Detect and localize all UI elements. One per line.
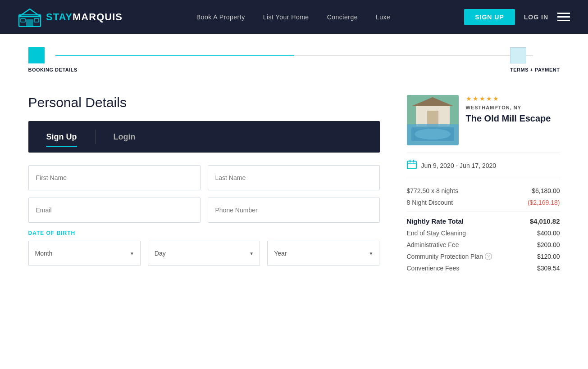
nav-links: Book A Property List Your Home Concierge… [196, 14, 391, 21]
rate-row: $772.50 x 8 nights $6,180.00 [407, 187, 560, 194]
svg-point-9 [415, 129, 451, 140]
admin-label: Administrative Fee [407, 241, 459, 248]
step2-box [510, 47, 526, 63]
property-header: ★ ★ ★ ★ ★ WESTHAMPTON, NY The Old Mill E… [407, 95, 560, 145]
star-1: ★ [466, 95, 472, 102]
nightly-total-label: Nightly Rate Total [407, 217, 464, 225]
protection-value: $120.00 [537, 253, 560, 260]
star-5: ★ [493, 95, 499, 102]
auth-bar: Sign Up Login [28, 121, 380, 153]
email-input[interactable] [36, 207, 193, 214]
property-info: ★ ★ ★ ★ ★ WESTHAMPTON, NY The Old Mill E… [466, 95, 560, 145]
cleaning-value: $400.00 [537, 230, 560, 237]
contact-row [28, 198, 380, 223]
convenience-label: Convenience Fees [407, 265, 460, 272]
hamburger-menu[interactable] [557, 13, 570, 21]
first-name-field[interactable] [28, 165, 201, 190]
tab-signup[interactable]: Sign Up [28, 121, 95, 153]
protection-row: Community Protection Plan ? $120.00 [407, 253, 560, 260]
email-field[interactable] [28, 198, 201, 223]
date-bar: Jun 9, 2020 - Jun 17, 2020 [407, 153, 560, 178]
signup-button[interactable]: SIGN UP [464, 9, 515, 25]
admin-row: Administrative Fee $200.00 [407, 241, 560, 248]
logo-text: STAYMARQUIS [46, 11, 123, 23]
logo[interactable]: STAYMARQUIS [18, 7, 123, 27]
nav-list-home[interactable]: List Your Home [263, 14, 309, 21]
calendar-svg [407, 159, 417, 169]
year-select[interactable]: Year 1990199119921993 199419951996 [267, 241, 379, 266]
progress-track: BOOKING DETAILS TERMS + PAYMENT [28, 47, 560, 72]
day-select-wrap[interactable]: Day 12345 678910 [148, 241, 260, 266]
step2-label: TERMS + PAYMENT [510, 67, 560, 72]
left-col: Personal Details Sign Up Login [28, 95, 380, 283]
progress-line [55, 55, 533, 56]
star-4: ★ [486, 95, 492, 102]
svg-rect-1 [26, 19, 33, 27]
info-icon[interactable]: ? [485, 253, 492, 260]
day-select[interactable]: Day 12345 678910 [148, 241, 260, 266]
first-name-input[interactable] [36, 174, 193, 181]
last-name-field[interactable] [208, 165, 380, 190]
discount-row: 8 Night Discount ($2,169.18) [407, 199, 560, 206]
property-image-bg [407, 95, 459, 145]
protection-label: Community Protection Plan ? [407, 253, 492, 260]
month-select-wrap[interactable]: Month JanuaryFebruaryMarch AprilMayJune … [28, 241, 141, 266]
discount-label: 8 Night Discount [407, 199, 453, 206]
pricing-divider [407, 212, 560, 212]
month-select[interactable]: Month JanuaryFebruaryMarch AprilMayJune … [28, 241, 141, 266]
property-name: The Old Mill Escape [466, 113, 560, 124]
two-col-layout: Personal Details Sign Up Login [28, 95, 560, 283]
progress-line-fill [55, 55, 294, 56]
svg-rect-10 [407, 161, 416, 169]
step1-label: BOOKING DETAILS [28, 67, 77, 72]
login-button[interactable]: LOG IN [524, 14, 548, 21]
cleaning-row: End of Stay Cleaning $400.00 [407, 230, 560, 237]
property-location: WESTHAMPTON, NY [466, 105, 560, 110]
nav-book-property[interactable]: Book A Property [196, 14, 245, 21]
rate-label: $772.50 x 8 nights [407, 187, 458, 194]
admin-value: $200.00 [537, 241, 560, 248]
right-col: ★ ★ ★ ★ ★ WESTHAMPTON, NY The Old Mill E… [407, 95, 560, 283]
calendar-icon [407, 159, 417, 171]
cleaning-label: End of Stay Cleaning [407, 230, 466, 237]
step1-box [28, 47, 45, 63]
svg-rect-2 [21, 18, 25, 22]
nav-right: SIGN UP LOG IN [464, 9, 570, 25]
convenience-row: Convenience Fees $309.54 [407, 265, 560, 272]
nav-luxe[interactable]: Luxe [376, 14, 390, 21]
dob-label: DATE OF BIRTH [28, 230, 380, 236]
step-terms-payment: TERMS + PAYMENT [510, 47, 560, 72]
phone-input[interactable] [215, 207, 372, 214]
nightly-total-value: $4,010.82 [530, 217, 560, 225]
pricing-section: $772.50 x 8 nights $6,180.00 8 Night Dis… [407, 187, 560, 272]
booking-dates: Jun 9, 2020 - Jun 17, 2020 [421, 162, 497, 169]
star-2: ★ [473, 95, 479, 102]
progress-section: BOOKING DETAILS TERMS + PAYMENT [28, 34, 560, 81]
tab-login[interactable]: Login [96, 121, 154, 153]
property-image [407, 95, 459, 145]
rate-value: $6,180.00 [532, 187, 560, 194]
star-rating: ★ ★ ★ ★ ★ [466, 95, 560, 102]
discount-value: ($2,169.18) [528, 199, 560, 206]
name-row [28, 165, 380, 190]
property-thumbnail [407, 95, 459, 145]
convenience-value: $309.54 [537, 265, 560, 272]
last-name-input[interactable] [215, 174, 372, 181]
svg-rect-3 [34, 18, 39, 22]
step-booking-details: BOOKING DETAILS [28, 47, 77, 72]
nightly-total-row: Nightly Rate Total $4,010.82 [407, 217, 560, 225]
star-3: ★ [479, 95, 485, 102]
svg-rect-6 [427, 111, 438, 126]
page-title: Personal Details [28, 95, 380, 110]
property-card: ★ ★ ★ ★ ★ WESTHAMPTON, NY The Old Mill E… [407, 95, 560, 272]
year-select-wrap[interactable]: Year 1990199119921993 199419951996 [267, 241, 379, 266]
phone-field[interactable] [208, 198, 380, 223]
logo-icon [18, 7, 41, 27]
nav-concierge[interactable]: Concierge [327, 14, 358, 21]
navbar: STAYMARQUIS Book A Property List Your Ho… [0, 0, 588, 34]
dob-row: Month JanuaryFebruaryMarch AprilMayJune … [28, 241, 380, 266]
